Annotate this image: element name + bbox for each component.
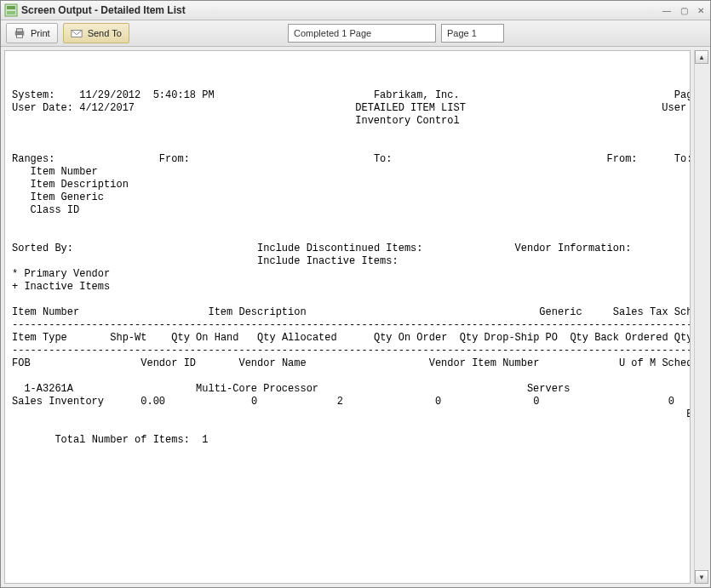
vertical-scrollbar[interactable]: ▲ ▼ xyxy=(694,50,708,584)
ranges-to2: To: xyxy=(674,153,691,165)
close-button[interactable]: ✕ xyxy=(695,4,707,16)
scroll-track[interactable] xyxy=(696,64,708,570)
hdr-system-time: 5:40:18 PM xyxy=(153,89,215,101)
app-window: Screen Output - Detailed Item List — ▢ ✕… xyxy=(0,0,711,588)
app-icon xyxy=(4,3,18,17)
col-qty-drop-ship: Qty Drop-Ship PO xyxy=(460,332,558,344)
range-line-3: Class ID xyxy=(31,204,80,216)
data-qty-back-ordered: 0 xyxy=(668,396,674,408)
col-uofm: U of M xyxy=(619,357,656,369)
ranges-from: From: xyxy=(159,153,190,165)
page-indicator[interactable]: Page 1 xyxy=(441,24,504,43)
col-vendor-name: Vendor Name xyxy=(238,357,306,369)
footer-total-value: 1 xyxy=(202,434,208,446)
col-generic: Generic xyxy=(539,306,582,318)
hdr-page-label: Page: xyxy=(674,89,691,101)
vendor-info-label: Vendor Information: xyxy=(515,243,632,254)
hdr-title: DETAILED ITEM LIST xyxy=(355,102,466,114)
include-disc-label: Include Discontinued Items: xyxy=(257,243,422,254)
data-qty-allocated: 2 xyxy=(337,396,343,408)
minimize-button[interactable]: — xyxy=(661,4,673,16)
window-title: Screen Output - Detailed Item List xyxy=(21,4,661,16)
hdr-user-date: 4/12/2017 xyxy=(79,102,135,114)
hdr-userdate-label: User Date: xyxy=(12,102,73,114)
data-qty-on-hand: 0 xyxy=(251,396,257,408)
col-fob: FOB xyxy=(12,357,31,369)
col-qty-on-order: Qty On Order xyxy=(374,332,447,344)
send-to-button[interactable]: Send To xyxy=(63,23,129,43)
svg-rect-1 xyxy=(7,6,15,9)
ranges-from2: From: xyxy=(607,153,638,165)
col-sales-tax: Sales Tax Schedule xyxy=(613,306,691,318)
col-item-number: Item Number xyxy=(12,306,79,318)
title-bar: Screen Output - Detailed Item List — ▢ ✕ xyxy=(1,1,710,20)
data-item-number: 1-A3261A xyxy=(24,383,73,395)
hdr-subsystem: Inventory Control xyxy=(355,115,459,127)
report-body: System: 11/29/2012 5:40:18 PM Fabrikam, … xyxy=(5,51,690,454)
primary-vendor-note: * Primary Vendor xyxy=(12,268,110,280)
range-line-2: Item Generic xyxy=(31,191,104,203)
ranges-label: Ranges: xyxy=(12,153,54,165)
svg-rect-5 xyxy=(17,35,23,38)
hdr-system-date: 11/29/2012 xyxy=(79,89,140,101)
col-item-type: Item Type xyxy=(12,332,67,344)
include-inactive-label: Include Inactive Items: xyxy=(257,255,399,267)
ranges-to: To: xyxy=(374,153,393,165)
footer-total-label: Total Number of Items: xyxy=(54,434,189,446)
col-shp-wt: Shp-Wt xyxy=(110,332,146,344)
svg-rect-2 xyxy=(7,11,15,14)
data-shp-wt: 0.00 xyxy=(140,396,165,408)
col-vendor-item-number: Vendor Item Number xyxy=(429,357,540,369)
print-button[interactable]: Print xyxy=(6,23,58,43)
data-generic: Servers xyxy=(527,383,570,395)
inactive-items-note: + Inactive Items xyxy=(12,281,110,293)
data-qty-on-order: 0 xyxy=(435,396,441,408)
print-label: Print xyxy=(31,28,50,38)
scroll-down-arrow-icon[interactable]: ▼ xyxy=(695,570,708,584)
maximize-button[interactable]: ▢ xyxy=(678,4,690,16)
hdr-company: Fabrikam, Inc. xyxy=(374,89,460,101)
page-indicator-text: Page 1 xyxy=(447,28,477,38)
data-qty-drop-ship: 0 xyxy=(533,396,539,408)
window-controls: — ▢ ✕ xyxy=(661,4,707,16)
range-line-1: Item Description xyxy=(31,179,129,191)
status-text: Completed 1 Page xyxy=(294,28,371,38)
col-qty-requis: Qty Requis xyxy=(674,332,691,344)
hdr-system-label: System: xyxy=(12,89,54,101)
data-item-type: Sales Inventory xyxy=(12,396,104,408)
toolbar: Print Send To Completed 1 Page Page 1 xyxy=(1,20,710,47)
col-item-description: Item Description xyxy=(208,306,306,318)
report-page: System: 11/29/2012 5:40:18 PM Fabrikam, … xyxy=(4,50,691,584)
data-uofm: EACH xyxy=(686,408,691,420)
col-qty-back-ordered: Qty Back Ordered xyxy=(570,332,668,344)
sorted-by-label: Sorted By: xyxy=(12,243,73,254)
col-schedule-id: Schedule ID xyxy=(662,357,691,369)
printer-icon xyxy=(14,27,26,39)
hdr-userid-label: User ID: xyxy=(662,102,691,114)
send-to-icon xyxy=(71,27,83,39)
col-vendor-id: Vendor ID xyxy=(140,357,196,369)
status-completed: Completed 1 Page xyxy=(288,24,436,43)
data-item-description: Multi-Core Processor xyxy=(196,383,318,395)
col-qty-allocated: Qty Allocated xyxy=(257,332,337,344)
range-line-0: Item Number xyxy=(31,166,98,178)
content-area: System: 11/29/2012 5:40:18 PM Fabrikam, … xyxy=(1,47,710,587)
send-to-label: Send To xyxy=(88,28,122,38)
svg-rect-4 xyxy=(17,29,23,32)
scroll-up-arrow-icon[interactable]: ▲ xyxy=(695,50,708,64)
col-qty-on-hand: Qty On Hand xyxy=(171,332,238,344)
